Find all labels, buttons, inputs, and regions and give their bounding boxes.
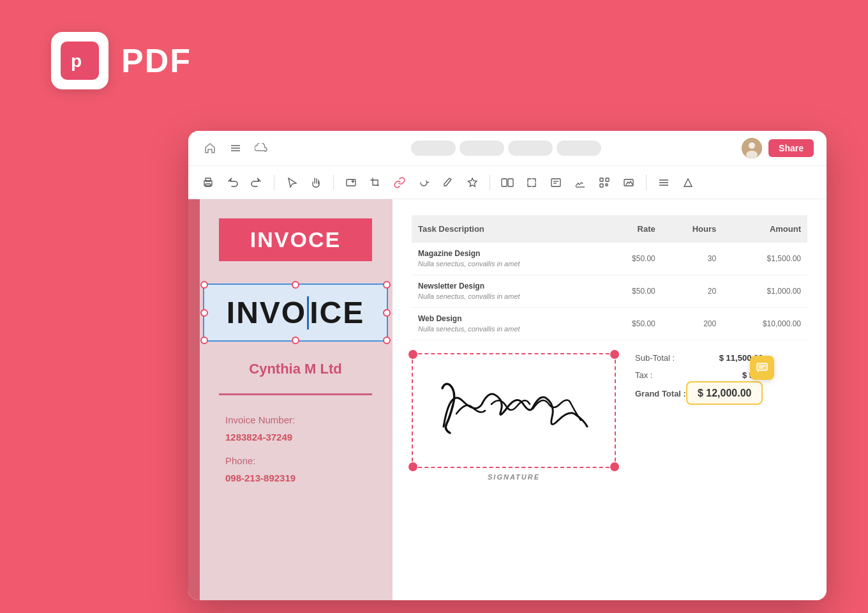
hours-cell: 200: [662, 308, 722, 340]
home-icon[interactable]: [201, 139, 219, 157]
svg-point-5: [749, 142, 755, 149]
list-icon[interactable]: [654, 173, 673, 192]
sign-icon[interactable]: [571, 173, 590, 192]
rotate-icon[interactable]: [414, 173, 433, 192]
grandtotal-value: $ 12,000.00: [686, 381, 763, 405]
rate-cell: $50.00: [602, 308, 662, 340]
content-area: INVOCE INVO ICE: [188, 199, 827, 600]
pdf-right-panel: Task Description Rate Hours Amount Magaz…: [393, 199, 827, 600]
col-header-rate: Rate: [602, 215, 662, 243]
invoice-info-block: Invoice Number: 1283824-37249 Phone: 098…: [225, 411, 366, 487]
print-icon[interactable]: [198, 173, 218, 192]
selection-handle-rm: [383, 309, 391, 317]
hours-cell: 20: [662, 275, 722, 308]
svg-rect-19: [600, 184, 603, 187]
address-pill-4: [557, 140, 601, 156]
comment-icon[interactable]: [750, 356, 774, 380]
svg-rect-25: [757, 363, 767, 370]
col-header-task: Task Description: [412, 215, 602, 243]
invoice-selected-box[interactable]: INVO ICE: [203, 284, 388, 342]
svg-rect-3: [231, 150, 240, 151]
task-desc: Nulla senectus, convallis in amet: [418, 325, 520, 333]
split-icon[interactable]: [498, 173, 517, 192]
signature-box[interactable]: [412, 353, 616, 468]
totals-section: Sub-Total : $ 11,500.00 Tax : $ 500 Gran…: [635, 353, 763, 399]
invoice-editing-text-part2: ICE: [310, 295, 364, 330]
selection-handle-tl: [200, 281, 208, 289]
selection-handle-tr: [383, 281, 391, 289]
invoice-editing-text-part1: INVO: [227, 295, 306, 330]
sig-handle-tl: [408, 350, 417, 359]
task-desc: Nulla senectus, convallis in amet: [418, 292, 520, 300]
svg-rect-2: [231, 148, 240, 149]
browser-topbar: Share: [188, 131, 827, 166]
address-pill-1: [411, 140, 456, 156]
tax-row: Tax : $ 500: [635, 370, 763, 380]
selection-handle-bm: [292, 337, 299, 344]
erase-icon[interactable]: [438, 173, 458, 192]
selection-handle-lm: [200, 309, 208, 317]
sig-handle-br: [610, 462, 619, 471]
amount-cell: $1,500.00: [722, 243, 807, 275]
left-accent-strip: [188, 199, 200, 600]
hand-icon[interactable]: [306, 173, 326, 192]
svg-rect-10: [347, 179, 355, 186]
address-pill-3: [508, 140, 553, 156]
toolbar-sep-3: [490, 175, 490, 190]
image2-icon[interactable]: [619, 173, 638, 192]
address-bar: [278, 140, 734, 156]
star-icon[interactable]: [463, 173, 482, 192]
toolbar-sep-1: [274, 175, 274, 190]
signature-section: SIGNATURE Sub-Total : $ 11,500.00 Tax : …: [412, 353, 807, 481]
task-name: Newsletter Design: [418, 282, 595, 291]
selection-handle-bl: [200, 337, 208, 344]
invoice-number-label: Invoice Number:: [225, 414, 295, 425]
amount-cell: $10,000.00: [722, 308, 807, 340]
cloud-icon[interactable]: [252, 139, 270, 157]
svg-rect-12: [508, 179, 513, 186]
svg-text:p: p: [71, 51, 82, 71]
invoice-editing-area[interactable]: INVO ICE: [203, 280, 388, 342]
crop-icon[interactable]: [366, 173, 385, 192]
add-image-icon[interactable]: [341, 173, 361, 192]
phone-value: 098-213-892319: [225, 469, 366, 487]
hours-cell: 30: [662, 243, 722, 275]
invoice-table: Task Description Rate Hours Amount Magaz…: [412, 215, 807, 340]
qr-icon[interactable]: [595, 173, 614, 192]
invoice-title-red: INVOCE: [219, 218, 372, 261]
signature-image: [431, 369, 597, 452]
svg-rect-9: [206, 184, 211, 186]
grandtotal-label: Grand Total :: [635, 389, 686, 398]
selection-handle-tm: [292, 281, 299, 289]
app-title: PDF: [121, 42, 191, 80]
svg-rect-11: [502, 179, 507, 186]
rate-cell: $50.00: [602, 243, 662, 275]
task-cell: Web Design Nulla senectus, convallis in …: [412, 308, 602, 340]
expand-icon[interactable]: [522, 173, 541, 192]
browser-window: Share: [188, 131, 827, 600]
menu-icon[interactable]: [227, 139, 244, 157]
cursor-icon[interactable]: [282, 173, 301, 192]
toolbar-sep-4: [646, 175, 647, 190]
pdf-left-panel: INVOCE INVO ICE: [188, 199, 393, 600]
table-row: Web Design Nulla senectus, convallis in …: [412, 308, 807, 340]
share-button[interactable]: Share: [768, 139, 814, 157]
svg-rect-17: [600, 178, 603, 181]
user-avatar[interactable]: [742, 138, 762, 158]
link-icon[interactable]: [390, 173, 409, 192]
table-row: Newsletter Design Nulla senectus, conval…: [412, 275, 807, 308]
toolbar-sep-2: [333, 175, 334, 190]
col-header-hours: Hours: [662, 215, 722, 243]
form-icon[interactable]: [546, 173, 565, 192]
undo-icon[interactable]: [223, 173, 242, 192]
task-desc: Nulla senectus, convallis in amet: [418, 260, 520, 268]
redo-icon[interactable]: [247, 173, 266, 192]
app-logo-container: p: [51, 32, 108, 89]
grandtotal-row: Grand Total : $ 12,000.00: [635, 388, 763, 399]
divider-1: [219, 393, 372, 395]
toolbar: [188, 166, 827, 199]
more-icon[interactable]: [678, 173, 698, 192]
svg-rect-18: [606, 178, 609, 181]
svg-rect-1: [231, 145, 240, 146]
phone-label: Phone:: [225, 455, 256, 466]
